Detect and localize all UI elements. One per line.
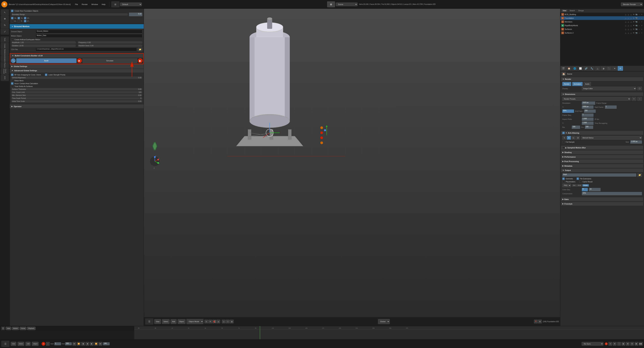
viewport-3d-canvas[interactable]: X X Y Z	[144, 9, 560, 317]
simulate-play-icon[interactable]: ▶	[138, 58, 142, 63]
mvis-dot[interactable]: •	[641, 21, 643, 23]
playback-btn[interactable]: Playback	[27, 327, 36, 330]
axis-snapping-check[interactable]: ✓	[11, 74, 14, 76]
outliner-surfaces[interactable]: ▷ Surfaces △ △ △ 👁 📷 → •	[560, 27, 644, 31]
proportional-icon[interactable]: ◎	[216, 320, 220, 323]
display-select[interactable]: Image Editor	[582, 87, 636, 90]
status-menu-btn[interactable]: ☰	[1, 341, 10, 347]
solid-shading-icon[interactable]: ◻	[222, 320, 226, 323]
compression-input[interactable]: 15%	[582, 192, 642, 195]
marker-btn[interactable]: Marker	[12, 327, 19, 330]
motion-blur-header[interactable]: ▶ Sampled Motion Blur	[561, 146, 643, 150]
color-depth-16[interactable]: 16	[589, 188, 600, 191]
engine-select[interactable]: Blender Render	[621, 2, 643, 6]
csv-input[interactable]: C:\Users\Kazeiman...ollapse\Record.csv	[36, 48, 137, 51]
mvis-lock[interactable]: →	[638, 21, 640, 23]
pivot-select[interactable]: Global	[378, 319, 390, 324]
skip-back-btn[interactable]: ⏮	[72, 342, 76, 346]
vis-triangle3[interactable]: △	[630, 13, 632, 15]
svis-tri1[interactable]: △	[624, 28, 627, 30]
amplitude-slider[interactable]: Amplitude: 1.00	[11, 41, 76, 44]
step-back-btn[interactable]: ⏪	[77, 342, 80, 346]
csv-folder-btn[interactable]: 📁	[138, 48, 142, 51]
rvis-lock[interactable]: →	[638, 24, 640, 27]
cache-check[interactable]	[579, 181, 582, 183]
motion-blur-check[interactable]	[562, 146, 565, 149]
fvis-dot[interactable]: •	[641, 17, 643, 19]
props-tab-object[interactable]: ⬜	[578, 66, 583, 71]
operator-header[interactable]: ▶ Operator	[10, 104, 144, 108]
svis-eye[interactable]: 👁	[632, 28, 635, 30]
select-btn[interactable]: Select	[162, 319, 170, 324]
s2vis-tri1[interactable]: △	[624, 32, 627, 34]
fvis-eye[interactable]: 👁	[632, 17, 635, 19]
motion-object-input[interactable]: Motion_Data	[36, 34, 142, 38]
status-icon-2[interactable]: ⊕	[613, 342, 616, 346]
scene-btn[interactable]: ⊞	[327, 1, 335, 7]
status-record-dot[interactable]: ●	[605, 342, 608, 345]
frame-btn[interactable]: Frame	[20, 327, 26, 330]
mvis-tri1[interactable]: △	[624, 21, 627, 23]
tool-move[interactable]: ✥	[1, 16, 9, 22]
tool-rotate[interactable]: ↻	[1, 22, 9, 28]
props-tab-scene[interactable]: 🏠	[566, 66, 572, 71]
audio-button[interactable]: Audio	[584, 82, 591, 86]
outliner-tab-view[interactable]: View	[562, 9, 567, 12]
s2vis-lock[interactable]: →	[638, 32, 640, 34]
build-button[interactable]: Build	[16, 58, 76, 63]
min-element-slider[interactable]: Min. Element Size: 0.00	[11, 94, 142, 96]
mvis-cam[interactable]: 📷	[635, 21, 638, 23]
vertical-alignment-slider[interactable]: Vertical Alignment: 0.00	[11, 76, 142, 79]
object-btn[interactable]: Object	[178, 319, 186, 324]
bake-header[interactable]: ▶ Bake	[561, 197, 643, 201]
rvis-tri2[interactable]: △	[627, 24, 630, 27]
aa-8[interactable]: 8	[567, 136, 571, 140]
render-presets-select[interactable]: Render Presets	[562, 97, 630, 101]
aa-11[interactable]: 11	[572, 136, 576, 140]
menu-window[interactable]: Window	[90, 3, 100, 6]
rvis-dot[interactable]: •	[641, 24, 643, 27]
random-seed-slider[interactable]: Random Seed: 0.00	[78, 44, 142, 47]
svis-dot[interactable]: •	[641, 28, 643, 30]
outliner-surfaces2[interactable]: ▷ Surfaces 2 △ △ △ 👁 📷 → •	[560, 31, 644, 35]
outliner-tab-search[interactable]: Search	[569, 9, 576, 12]
mode-select[interactable]: Default	[120, 2, 142, 6]
svis-tri2[interactable]: △	[627, 28, 630, 30]
mvis-tri2[interactable]: △	[627, 21, 630, 23]
presets-add[interactable]: +	[632, 97, 636, 101]
tool-grease-pencil[interactable]: Grease Pencil	[1, 68, 9, 74]
boundary-range-slider[interactable]: Boundary Range:	[11, 13, 128, 16]
size-input[interactable]: 1.000 px	[630, 140, 642, 144]
play-audio-btn[interactable]: ♪	[46, 342, 50, 346]
overwrite-check[interactable]: ✓	[562, 178, 565, 180]
tool-select[interactable]: ↖	[1, 9, 9, 15]
status-select-btn[interactable]: Select	[18, 342, 24, 346]
s2vis-tri3[interactable]: △	[630, 32, 632, 34]
surface-thickness-slider[interactable]: Surface Thickness: 0.00	[11, 88, 142, 90]
simulate-button[interactable]: Simulate	[82, 58, 137, 63]
aa-16[interactable]: 16	[576, 136, 580, 140]
rvis-cam[interactable]: 📷	[635, 24, 638, 27]
props-tab-modifiers[interactable]: 🔧	[589, 66, 594, 71]
frame-step-input[interactable]: 1	[582, 113, 594, 117]
vis-dot[interactable]: •	[641, 13, 643, 15]
fvis-tri3[interactable]: △	[630, 17, 632, 19]
props-tab-physics[interactable]: ⚛	[618, 66, 623, 71]
ground-object-input[interactable]: Ground_Motion	[36, 30, 142, 33]
rvis-tri1[interactable]: △	[624, 24, 627, 27]
render-button[interactable]: Render	[562, 82, 571, 86]
props-tab-render[interactable]: 🎬	[561, 66, 566, 71]
status-icon-7[interactable]: ▶	[634, 342, 638, 346]
end-frame-input[interactable]: 250	[584, 109, 596, 113]
outliner-bcb-building[interactable]: ▷ BCB_Building △ △ △ 👁 📷 → •	[560, 12, 644, 16]
x-minus-check[interactable]	[11, 20, 14, 22]
dimensions-section-header[interactable]: ▼ Dimensions	[561, 92, 643, 96]
accur-contact-check[interactable]: ✓	[11, 82, 14, 85]
rvis-tri3[interactable]: △	[630, 24, 632, 27]
current-frame-ctrl[interactable]: 146	[103, 342, 110, 345]
render-section-header[interactable]: ▼ Render	[561, 77, 643, 81]
global-settings-header[interactable]: ▶ Global Settings	[10, 64, 144, 68]
snap-icon[interactable]: 🧲	[212, 320, 216, 323]
x-plus-check[interactable]: ✓	[11, 17, 14, 19]
aspect-x-input[interactable]: 1.000	[582, 117, 594, 121]
